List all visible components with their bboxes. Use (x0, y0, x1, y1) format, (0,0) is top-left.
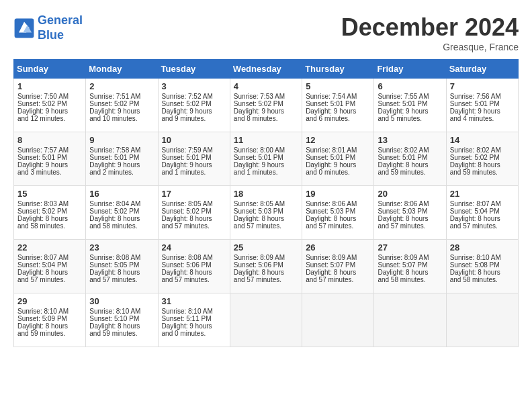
daylight-label: Daylight: 9 hours (162, 322, 212, 330)
logo-icon (13, 17, 35, 39)
day-number: 17 (162, 189, 226, 199)
day-number: 28 (450, 242, 515, 253)
day-number: 14 (450, 135, 515, 145)
daylight-minutes: and 58 minutes. (17, 222, 65, 230)
day-number: 13 (378, 135, 442, 145)
day-cell: 26 Sunrise: 8:09 AM Sunset: 5:07 PM Dayl… (302, 240, 374, 293)
calendar-table: SundayMondayTuesdayWednesdayThursdayFrid… (13, 59, 519, 347)
day-cell: 22 Sunrise: 8:07 AM Sunset: 5:04 PM Dayl… (14, 240, 86, 293)
daylight-label: Daylight: 8 hours (89, 322, 140, 330)
day-number: 26 (306, 242, 370, 253)
location: Greasque, France (341, 42, 519, 52)
daylight-minutes: and 58 minutes. (89, 222, 137, 230)
day-number: 27 (378, 242, 442, 253)
daylight-minutes: and 59 minutes. (89, 330, 137, 337)
sunrise-label: Sunrise: 8:10 AM (89, 308, 140, 315)
daylight-label: Daylight: 8 hours (450, 269, 500, 276)
day-cell: 21 Sunrise: 8:07 AM Sunset: 5:04 PM Dayl… (446, 186, 518, 240)
day-cell: 10 Sunrise: 7:59 AM Sunset: 5:01 PM Dayl… (158, 132, 230, 186)
sunrise-label: Sunrise: 8:02 AM (378, 146, 429, 154)
daylight-label: Daylight: 9 hours (306, 107, 356, 115)
daylight-label: Daylight: 9 hours (89, 107, 140, 115)
day-cell: 16 Sunrise: 8:04 AM Sunset: 5:02 PM Dayl… (86, 186, 158, 240)
page-header: General Blue December 2024 Greasque, Fra… (13, 13, 519, 52)
day-cell: 3 Sunrise: 7:52 AM Sunset: 5:02 PM Dayli… (158, 79, 230, 132)
sunrise-label: Sunrise: 7:54 AM (306, 93, 357, 100)
sunset-label: Sunset: 5:05 PM (89, 261, 139, 269)
daylight-minutes: and 1 minutes. (162, 169, 206, 176)
daylight-label: Daylight: 8 hours (89, 215, 140, 222)
daylight-label: Daylight: 9 hours (450, 107, 500, 115)
daylight-label: Daylight: 8 hours (306, 215, 356, 222)
weekday-header: Saturday (446, 60, 518, 79)
sunrise-label: Sunrise: 8:09 AM (378, 254, 429, 261)
day-cell: 12 Sunrise: 8:01 AM Sunset: 5:01 PM Dayl… (302, 132, 374, 186)
daylight-label: Daylight: 8 hours (450, 215, 500, 222)
day-cell: 29 Sunrise: 8:10 AM Sunset: 5:09 PM Dayl… (14, 293, 86, 347)
day-cell: 5 Sunrise: 7:54 AM Sunset: 5:01 PM Dayli… (302, 79, 374, 132)
daylight-label: Daylight: 9 hours (17, 107, 68, 115)
daylight-label: Daylight: 8 hours (234, 269, 284, 276)
daylight-label: Daylight: 8 hours (17, 215, 68, 222)
day-cell: 28 Sunrise: 8:10 AM Sunset: 5:08 PM Dayl… (446, 240, 518, 293)
weekday-header-row: SundayMondayTuesdayWednesdayThursdayFrid… (14, 60, 519, 79)
daylight-minutes: and 0 minutes. (306, 169, 350, 176)
sunrise-label: Sunrise: 8:08 AM (89, 254, 140, 261)
day-cell: 18 Sunrise: 8:05 AM Sunset: 5:03 PM Dayl… (230, 186, 302, 240)
sunrise-label: Sunrise: 8:09 AM (306, 254, 357, 261)
sunrise-label: Sunrise: 8:04 AM (89, 200, 140, 208)
day-cell: 30 Sunrise: 8:10 AM Sunset: 5:10 PM Dayl… (86, 293, 158, 347)
day-number: 19 (306, 189, 370, 199)
day-number: 1 (17, 81, 82, 91)
day-number: 24 (162, 242, 226, 253)
sunset-label: Sunset: 5:11 PM (162, 315, 212, 322)
daylight-minutes: and 58 minutes. (378, 276, 425, 283)
daylight-label: Daylight: 8 hours (378, 215, 428, 222)
sunset-label: Sunset: 5:01 PM (378, 154, 427, 161)
daylight-minutes: and 9 minutes. (162, 115, 206, 122)
daylight-minutes: and 57 minutes. (378, 222, 425, 230)
daylight-label: Daylight: 8 hours (234, 215, 284, 222)
day-cell: 20 Sunrise: 8:06 AM Sunset: 5:03 PM Dayl… (374, 186, 446, 240)
daylight-minutes: and 12 minutes. (17, 115, 65, 122)
sunset-label: Sunset: 5:03 PM (378, 208, 427, 215)
weekday-header: Thursday (302, 60, 374, 79)
calendar-week-row: 29 Sunrise: 8:10 AM Sunset: 5:09 PM Dayl… (14, 293, 519, 347)
day-number: 30 (89, 296, 154, 306)
day-number: 9 (89, 135, 154, 145)
sunset-label: Sunset: 5:02 PM (89, 100, 139, 107)
logo-line2: Blue (38, 28, 64, 42)
weekday-header: Monday (86, 60, 158, 79)
sunrise-label: Sunrise: 8:00 AM (234, 146, 285, 154)
day-number: 18 (234, 189, 298, 199)
daylight-minutes: and 57 minutes. (162, 222, 210, 230)
day-cell: 25 Sunrise: 8:09 AM Sunset: 5:06 PM Dayl… (230, 240, 302, 293)
daylight-minutes: and 8 minutes. (234, 115, 278, 122)
sunrise-label: Sunrise: 8:08 AM (162, 254, 213, 261)
day-cell: 2 Sunrise: 7:51 AM Sunset: 5:02 PM Dayli… (86, 79, 158, 132)
weekday-header: Sunday (14, 60, 86, 79)
daylight-label: Daylight: 8 hours (89, 269, 140, 276)
sunset-label: Sunset: 5:02 PM (450, 154, 500, 161)
sunset-label: Sunset: 5:03 PM (234, 208, 283, 215)
daylight-minutes: and 0 minutes. (162, 330, 206, 337)
sunset-label: Sunset: 5:06 PM (234, 261, 283, 269)
sunset-label: Sunset: 5:02 PM (89, 208, 139, 215)
sunrise-label: Sunrise: 7:56 AM (450, 93, 501, 100)
daylight-label: Daylight: 8 hours (306, 269, 356, 276)
day-number: 21 (450, 189, 515, 199)
empty-cell (374, 293, 446, 347)
empty-cell (446, 293, 518, 347)
day-cell: 14 Sunrise: 8:02 AM Sunset: 5:02 PM Dayl… (446, 132, 518, 186)
daylight-label: Daylight: 8 hours (162, 269, 212, 276)
sunrise-label: Sunrise: 7:57 AM (17, 146, 69, 154)
sunset-label: Sunset: 5:01 PM (89, 154, 139, 161)
sunrise-label: Sunrise: 7:55 AM (378, 93, 429, 100)
title-block: December 2024 Greasque, France (341, 13, 519, 52)
sunset-label: Sunset: 5:01 PM (306, 100, 355, 107)
calendar-week-row: 22 Sunrise: 8:07 AM Sunset: 5:04 PM Dayl… (14, 240, 519, 293)
daylight-minutes: and 57 minutes. (306, 222, 353, 230)
day-number: 23 (89, 242, 154, 253)
sunset-label: Sunset: 5:02 PM (17, 100, 67, 107)
weekday-header: Friday (374, 60, 446, 79)
